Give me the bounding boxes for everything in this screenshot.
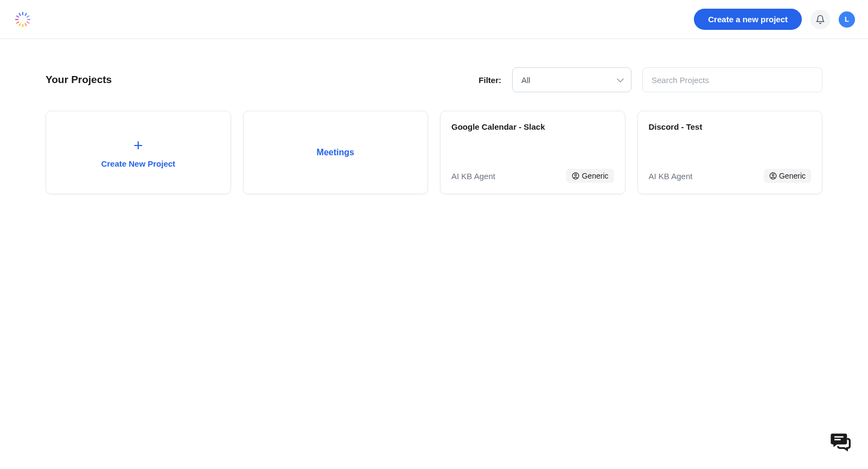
svg-line-1 [25,13,27,16]
project-title: Meetings [317,148,354,157]
badge-label: Generic [582,172,608,180]
svg-line-7 [19,23,21,26]
toolbar: Your Projects Filter: All [46,67,822,92]
user-avatar[interactable]: L [839,11,855,28]
notifications-button[interactable] [810,10,830,29]
header: Create a new project L [0,0,868,39]
project-title: Discord - Test [649,122,812,131]
create-project-button[interactable]: Create a new project [694,9,802,30]
svg-line-5 [25,23,27,26]
project-card-discord-test[interactable]: Discord - Test AI KB Agent Generic [637,111,823,194]
project-agent: AI KB Agent [451,172,495,181]
main-content: Your Projects Filter: All + Create New P… [0,39,868,223]
filter-select[interactable]: All [512,67,631,92]
chat-icon [829,430,851,452]
svg-line-8 [16,22,19,23]
header-right: Create a new project L [694,9,855,30]
chat-widget-button[interactable] [826,427,854,455]
filter-select-wrapper: All [512,67,631,92]
svg-line-2 [27,16,29,17]
project-card-footer: AI KB Agent Generic [451,169,614,183]
svg-rect-16 [834,436,844,438]
logo-icon [13,10,33,29]
search-input[interactable] [642,67,822,92]
bell-icon [815,15,825,24]
projects-grid: + Create New Project Meetings Google Cal… [46,111,822,194]
svg-point-15 [772,174,774,176]
app-logo[interactable] [13,10,33,29]
create-new-project-card[interactable]: + Create New Project [46,111,231,194]
create-new-label: Create New Project [101,159,175,168]
svg-line-4 [27,22,29,23]
badge-label: Generic [779,172,806,180]
user-circle-icon [769,172,777,180]
page-title: Your Projects [46,74,112,86]
project-badge: Generic [566,169,614,183]
project-badge: Generic [764,169,811,183]
user-circle-icon [572,172,579,180]
svg-line-10 [16,16,19,17]
project-card-footer: AI KB Agent Generic [649,169,812,183]
project-title: Google Calendar - Slack [451,122,614,131]
svg-rect-17 [834,439,841,441]
svg-point-13 [575,174,577,176]
filter-label: Filter: [478,75,501,85]
project-agent: AI KB Agent [649,172,693,181]
svg-line-11 [19,13,21,16]
project-card-google-calendar-slack[interactable]: Google Calendar - Slack AI KB Agent Gene… [440,111,626,194]
project-card-meetings[interactable]: Meetings [243,111,429,194]
toolbar-right: Filter: All [478,67,822,92]
plus-icon: + [133,137,143,154]
